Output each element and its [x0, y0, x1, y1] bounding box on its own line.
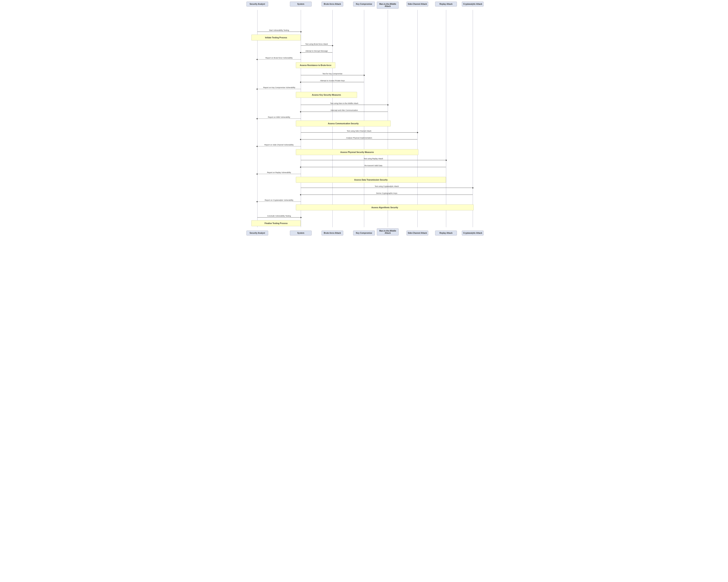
activity-a7: Assess Algorithmic Security — [296, 205, 474, 210]
message-m13 — [257, 146, 301, 147]
message-label-m6: Attempt to Access Private Keys — [317, 80, 348, 82]
activity-a8: Finalise Testing Process — [251, 220, 301, 226]
lifeline-footer-crypto: Cryptanalytic Attack — [462, 231, 484, 236]
message-label-m17: Test using Cryptanalytic Attack — [371, 185, 402, 187]
activity-a6: Assess Data Transmission Security — [296, 177, 446, 183]
message-label-m19: Report on Cryptanalytic Vulnerability — [263, 199, 295, 201]
activity-a1: Initiate Testing Process — [251, 34, 301, 41]
message-label-m13: Report on Side-Channel Vulnerability — [263, 144, 295, 146]
activity-a2: Assess Resistance to Brute-force — [296, 62, 335, 68]
lifeline-header-brute: Brute-force Attack — [321, 2, 343, 6]
message-m8 — [301, 105, 388, 105]
message-label-m15: Re-transmit Valid Data — [358, 164, 389, 166]
lifeline-header-side: Side-Channel Attack — [407, 2, 428, 6]
sequence-diagram: Security AnalystSecurity AnalystSystemSy… — [242, 0, 486, 237]
lifeline-footer-key: Key Compromise — [353, 231, 375, 236]
message-m3 — [301, 52, 332, 53]
activity-a3: Assess Key Security Measures — [296, 92, 357, 98]
lifeline-header-crypto: Cryptanalytic Attack — [462, 2, 484, 6]
message-m18 — [301, 194, 473, 195]
message-m11 — [301, 132, 417, 133]
lifeline-footer-analyst: Security Analyst — [246, 231, 268, 236]
message-label-m20: Conclude Vulnerability Testing — [263, 215, 295, 217]
message-label-m4: Report on Brute-force Vulnerability — [263, 57, 295, 59]
activity-a5: Assess Physical Security Measures — [296, 149, 418, 155]
message-label-m11: Test using Side-Channel Attack — [343, 130, 375, 132]
activity-a4: Assess Communication Security — [296, 121, 391, 127]
message-m5 — [301, 75, 364, 75]
message-label-m5: Test for Key Compromise — [317, 73, 348, 75]
message-label-m18: Derive Cryptographic Keys — [371, 192, 402, 194]
message-label-m16: Report on Replay Vulnerability — [263, 171, 295, 174]
message-label-m9: Intercept and Alter Communication — [329, 109, 360, 111]
lifeline-header-system: System — [290, 2, 312, 6]
message-label-m10: Report on MitM Vulnerability — [263, 116, 295, 118]
message-m17 — [301, 188, 473, 188]
lifeline-footer-mitm: Man-in-the-Middle Attack — [377, 228, 398, 236]
lifeline-header-analyst: Security Analyst — [246, 2, 268, 6]
message-m16 — [257, 174, 301, 174]
lifeline-header-key: Key Compromise — [353, 2, 375, 6]
message-label-m1: Start Vulnerability Testing — [263, 29, 295, 31]
message-label-m8: Test using Man-in-the-Middle Attack — [329, 102, 360, 104]
lifeline-header-mitm: Man-in-the-Middle Attack — [377, 2, 398, 9]
message-m14 — [301, 160, 446, 160]
message-label-m7: Report on Key Compromise Vulnerability — [263, 86, 295, 88]
message-label-m2: Test using Brute-force Attack — [301, 43, 332, 45]
lifeline-footer-replay: Replay Attack — [435, 231, 457, 236]
lifeline-header-replay: Replay Attack — [435, 2, 457, 6]
lifeline-footer-brute: Brute-force Attack — [321, 231, 343, 236]
message-label-m3: Attempt to Decrypt Message — [301, 50, 332, 52]
message-m7 — [257, 89, 301, 89]
lifeline-footer-system: System — [290, 231, 312, 236]
message-label-m12: Analyse Physical Implementation — [343, 137, 375, 139]
lifeline-footer-side: Side-Channel Attack — [407, 231, 428, 236]
message-m15 — [301, 167, 446, 167]
message-label-m14: Test using Replay Attack — [358, 158, 389, 160]
message-m10 — [257, 118, 301, 119]
